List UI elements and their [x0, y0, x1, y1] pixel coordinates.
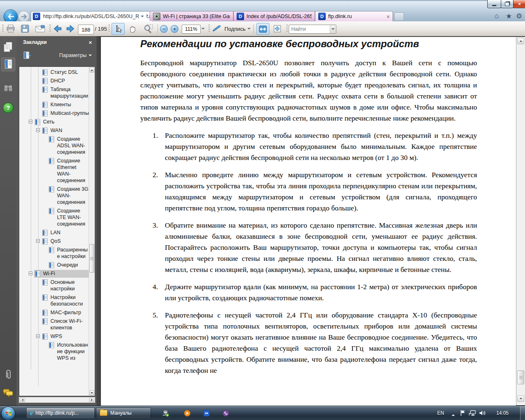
bookmark-item[interactable]: LAN	[19, 229, 89, 236]
bookmark-label[interactable]: Очереди	[57, 262, 78, 268]
previous-page-button[interactable]	[52, 24, 63, 34]
sign-button[interactable]: Подпись	[212, 24, 251, 34]
action-center-flag-icon[interactable]	[459, 409, 466, 417]
expander-minus-icon[interactable]	[36, 239, 40, 243]
page-thumbnails-button[interactable]	[1, 40, 15, 54]
taskbar-ie-button[interactable]: e http://ftp.dlink.ru/p...	[26, 407, 95, 418]
scroll-thumb[interactable]	[89, 244, 94, 273]
favorites-star-icon[interactable]: ★	[506, 12, 512, 21]
zoom-level-dropdown[interactable]	[201, 24, 205, 34]
bookmark-item[interactable]: QoS	[19, 238, 89, 244]
panel-close-icon[interactable]: ×	[89, 39, 92, 46]
bookmark-label[interactable]: LAN	[50, 230, 60, 235]
bookmark-item[interactable]: Список Wi-Fi-клиентов	[19, 318, 89, 331]
bookmark-label[interactable]: Сеть	[43, 119, 55, 125]
start-button[interactable]	[1, 406, 15, 420]
email-button[interactable]	[34, 24, 46, 34]
restore-button[interactable]	[501, 0, 514, 8]
options-label[interactable]: Параметры	[59, 52, 87, 58]
bookmark-label[interactable]: Multicast-группы	[50, 110, 89, 116]
marquee-zoom-button[interactable]	[142, 24, 155, 34]
tree-vertical-scrollbar[interactable]	[89, 67, 95, 396]
hidden-icons-arrow-icon[interactable]	[450, 411, 457, 419]
bookmark-label[interactable]: MAC-фильтр	[50, 310, 81, 315]
tab-close-icon[interactable]: ×	[383, 14, 390, 20]
scroll-down-button[interactable]	[89, 390, 94, 395]
close-button[interactable]: ×	[513, 0, 525, 8]
home-icon[interactable]: ⌂	[495, 12, 499, 20]
help-button[interactable]: ?	[1, 101, 15, 115]
bookmark-label[interactable]: Создание LTE WAN-соединения	[57, 208, 85, 227]
page-number-input[interactable]	[78, 25, 94, 34]
bookmark-label[interactable]: Основные настройки	[50, 279, 75, 292]
find-dropdown[interactable]	[330, 25, 336, 33]
bookmark-label[interactable]: Wi-Fi	[43, 271, 55, 276]
browser-tab[interactable]: Wi-Fi | страница 33 (Elite Gam...	[150, 11, 233, 21]
bookmark-item[interactable]: DHCP	[19, 78, 89, 84]
zoom-level-select[interactable]: 111%	[182, 25, 201, 34]
scroll-left-button[interactable]	[20, 398, 25, 402]
comments-button[interactable]	[1, 386, 15, 400]
scroll-down-button[interactable]	[517, 395, 524, 402]
bookmark-label[interactable]: QoS	[50, 238, 61, 244]
hand-tool-button[interactable]	[127, 24, 138, 34]
bookmark-item[interactable]: Таблица маршрутизации	[19, 86, 89, 99]
bookmark-label[interactable]: Статус DSL	[50, 69, 78, 75]
usb-device-icon[interactable]	[162, 409, 169, 417]
select-tool-button[interactable]	[112, 23, 125, 35]
bookmark-label[interactable]: Настройки безопасности	[50, 294, 83, 307]
bookmark-item[interactable]: Основные настройки	[19, 279, 89, 292]
bookmark-label[interactable]: Создание ADSL WAN-соединения	[57, 136, 85, 155]
teamviewer-icon[interactable]	[203, 409, 210, 417]
find-input[interactable]	[289, 26, 330, 32]
new-tab-button[interactable]	[394, 12, 404, 21]
bookmark-item[interactable]: Клиенты	[19, 101, 89, 108]
bookmark-item[interactable]: Wi-Fi	[19, 270, 89, 277]
bookmark-label[interactable]: DHCP	[50, 78, 65, 84]
bookmark-item[interactable]: Multicast-группы	[19, 110, 89, 116]
bookmark-item[interactable]: Статус DSL	[19, 69, 89, 75]
bookmark-item[interactable]: Сеть	[19, 119, 89, 125]
bookmark-item[interactable]: Создание ADSL WAN-соединения	[19, 136, 89, 155]
bookmark-item[interactable]: Создание 3G WAN-соединения	[19, 186, 89, 205]
network-icon[interactable]	[469, 409, 476, 417]
zoom-in-button[interactable]: +	[171, 24, 178, 34]
bookmark-label[interactable]: Список Wi-Fi-клиентов	[50, 318, 82, 331]
bookmark-item[interactable]: Создание Ethernet WAN-соединения	[19, 158, 89, 184]
minimize-button[interactable]	[487, 0, 501, 8]
bookmark-item[interactable]: WAN	[19, 127, 89, 134]
fit-width-button[interactable]	[256, 23, 269, 35]
bookmark-label[interactable]: Использование функции WPS из	[57, 342, 88, 361]
expander-minus-icon[interactable]	[36, 334, 40, 338]
viber-icon[interactable]	[222, 409, 229, 417]
bookmark-jump-icon[interactable]	[23, 51, 32, 59]
document-vertical-scrollbar[interactable]	[516, 37, 525, 405]
expander-minus-icon[interactable]	[29, 120, 32, 123]
expander-minus-icon[interactable]	[29, 272, 32, 275]
print-button[interactable]	[5, 24, 16, 34]
clock[interactable]: 14:05	[496, 410, 509, 416]
zoom-out-button[interactable]: −	[160, 24, 168, 34]
show-desktop-button[interactable]	[520, 406, 525, 420]
bookmark-label[interactable]: Расширенные настройки	[57, 247, 88, 259]
bookmark-item[interactable]: Очереди	[19, 262, 89, 268]
next-page-button[interactable]	[65, 24, 75, 34]
scroll-right-button[interactable]	[89, 398, 94, 402]
fit-page-button[interactable]	[271, 24, 283, 34]
tools-gear-icon[interactable]: ⚙	[516, 12, 522, 21]
bookmark-label[interactable]: Создание 3G WAN-соединения	[57, 186, 89, 205]
taskbar-folder-button[interactable]: Мануалы	[96, 407, 151, 418]
search-button[interactable]	[1, 81, 15, 95]
scroll-thumb[interactable]	[517, 370, 524, 384]
bookmark-item[interactable]: WPS	[19, 333, 89, 340]
attachments-button[interactable]	[1, 368, 15, 381]
volume-icon[interactable]	[479, 409, 486, 417]
bookmarks-panel-button[interactable]	[1, 57, 15, 71]
bookmark-label[interactable]: Клиенты	[50, 102, 71, 107]
find-box[interactable]	[289, 25, 336, 34]
panel-splitter[interactable]	[97, 36, 100, 406]
forward-button[interactable]	[18, 11, 30, 22]
url-input[interactable]	[42, 13, 141, 20]
bookmark-item[interactable]: Использование функции WPS из	[19, 342, 89, 361]
bookmark-label[interactable]: WPS	[50, 333, 62, 339]
